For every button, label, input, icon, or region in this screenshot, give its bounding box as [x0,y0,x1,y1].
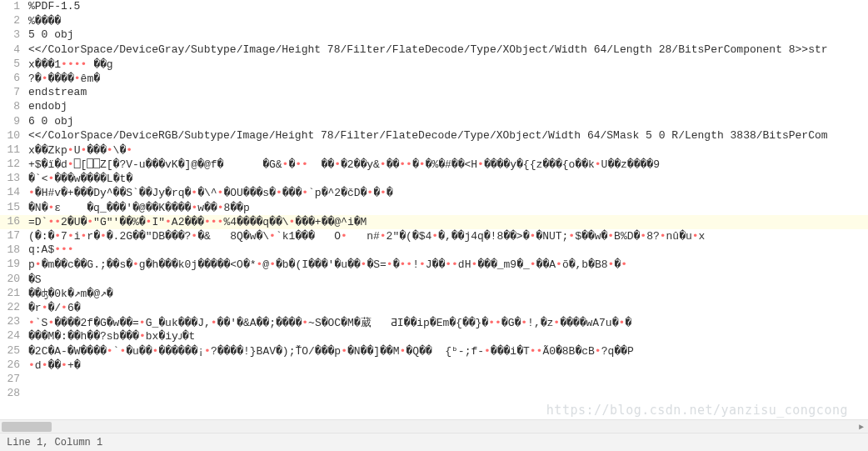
line-content[interactable]: (�:�•7•i•r�•�.2G��"DB���?•�& 8Q�w�\•`k1�… [28,229,868,243]
line-number: 12 [0,158,28,170]
line-number: 15 [0,201,28,213]
code-line[interactable]: 25�2C�A-�W����•`•�u��•������¡•?����!}BAV… [0,344,868,358]
code-line[interactable]: 8endobj [0,100,868,114]
line-number: 20 [0,273,28,285]
line-content[interactable]: x���1•••• ��g [28,58,868,71]
code-line[interactable]: 1%PDF-1.5 [0,0,868,14]
code-editor: 1%PDF-1.52%����35 0 obj4<</ColorSpace/De… [0,0,868,451]
code-line[interactable]: 2%���� [0,14,868,28]
line-number: 13 [0,172,28,184]
code-line[interactable]: 24���M�:��h��?sb���•bx�iyᴊ�t [0,329,868,343]
code-line[interactable]: 22�r•�/•6� [0,301,868,315]
line-number: 18 [0,243,28,256]
line-content[interactable]: •`S•����2f�G�w��=•G_�uk���J,•��'�&A��;��… [28,315,868,330]
line-content[interactable]: 5 0 obj [28,28,868,41]
line-content[interactable]: endstream [28,86,868,98]
code-line[interactable]: 5x���1•••• ��g [0,58,868,72]
line-number: 16 [0,215,28,228]
line-number: 23 [0,315,28,328]
line-content[interactable]: <</ColorSpace/DeviceRGB/Subtype/Image/He… [28,129,868,142]
line-content[interactable]: •d•��•+� [28,358,868,372]
line-content[interactable]: �r•�/•6� [28,301,868,314]
line-content[interactable]: <</ColorSpace/DeviceGray/Subtype/Image/H… [28,43,868,56]
code-line[interactable]: 11x��Zkp•U•���•\�• [0,143,868,158]
line-number: 10 [0,129,28,142]
code-line[interactable]: 96 0 obj [0,115,868,129]
line-number: 19 [0,258,28,270]
code-line[interactable]: 15�N�•ε �q_���'�@��K����•w��•8��p [0,201,868,215]
code-line[interactable]: 26•d•��•+� [0,358,868,373]
line-content[interactable]: +$�ï�d•⎕[⎕⎕Z[�?V-u���vK�]@�@f� �G&•�•• �… [28,158,868,171]
line-number: 17 [0,229,28,242]
code-area[interactable]: 1%PDF-1.52%����35 0 obj4<</ColorSpace/De… [0,0,868,419]
line-number: 28 [0,387,28,399]
code-line[interactable]: 17(�:�•7•i•r�•�.2G��"DB���?•�& 8Q�w�\•`k… [0,229,868,243]
line-number: 21 [0,287,28,299]
line-number: 7 [0,86,28,98]
line-number: 24 [0,329,28,342]
code-line[interactable]: 21��ʤ�0k�↗m�@↗� [0,287,868,301]
line-number: 14 [0,186,28,198]
line-content[interactable]: �`<•���w����L�t� [28,172,868,185]
line-content[interactable]: ��ʤ�0k�↗m�@↗� [28,287,868,300]
line-number: 4 [0,43,28,56]
scroll-right-arrow-icon[interactable]: ► [855,420,868,433]
code-line[interactable]: 19p•�m��c��G.;��s�•g�h���k0j�����<O�*•@•… [0,258,868,272]
line-content[interactable]: •�H#v�+���Dy^��S`��Jy�rq�•�\^•�OU���s�•�… [28,186,868,199]
code-line[interactable]: 7endstream [0,86,868,100]
line-number: 2 [0,14,28,27]
line-number: 8 [0,100,28,113]
line-content[interactable]: ���M�:��h��?sb���•bx�iyᴊ�t [28,329,868,343]
line-number: 5 [0,58,28,70]
horizontal-scrollbar[interactable]: ◄ ► [0,419,868,433]
line-number: 6 [0,72,28,84]
code-line[interactable]: 6?�•����•êm� [0,72,868,86]
line-number: 1 [0,0,28,13]
line-content[interactable]: %PDF-1.5 [28,0,868,13]
watermark-text: https://blog.csdn.net/yanzisu_congcong [546,403,848,418]
line-content[interactable]: 6 0 obj [28,115,868,128]
line-content[interactable]: ?�•����•êm� [28,72,868,85]
code-line[interactable]: 27 [0,373,868,387]
line-content[interactable]: endobj [28,100,868,113]
line-content[interactable]: q:A$••• [28,243,868,256]
line-number: 26 [0,358,28,371]
line-number: 3 [0,28,28,41]
scrollbar-thumb[interactable] [2,422,52,432]
code-line[interactable]: 23•`S•����2f�G�w��=•G_�uk���J,•��'�&A��;… [0,315,868,329]
code-line[interactable]: 35 0 obj [0,28,868,43]
code-line[interactable]: 28 [0,387,868,401]
cursor-position-label: Line 1, Column 1 [7,437,102,448]
status-bar: Line 1, Column 1 [0,433,868,451]
code-line[interactable]: 16=D`••2�U�•"G"'��%�•I"•A2���•••%4����q�… [0,215,868,229]
code-line[interactable]: 4<</ColorSpace/DeviceGray/Subtype/Image/… [0,43,868,58]
line-content[interactable]: �2C�A-�W����•`•�u��•������¡•?����!}BAV�)… [28,344,868,358]
line-number: 11 [0,143,28,156]
line-content[interactable]: �N�•ε �q_���'�@��K����•w��•8��p [28,201,868,214]
code-line[interactable]: 18q:A$••• [0,243,868,258]
line-number: 22 [0,301,28,313]
code-line[interactable]: 10<</ColorSpace/DeviceRGB/Subtype/Image/… [0,129,868,143]
line-content[interactable]: =D`••2�U�•"G"'��%�•I"•A2���•••%4����q��\… [28,215,868,228]
code-line[interactable]: 13�`<•���w����L�t� [0,172,868,186]
line-content[interactable]: �S [28,273,868,286]
code-line[interactable]: 14•�H#v�+���Dy^��S`��Jy�rq�•�\^•�OU���s�… [0,186,868,200]
line-number: 9 [0,115,28,128]
line-number: 27 [0,373,28,385]
line-content[interactable]: p•�m��c��G.;��s�•g�h���k0j�����<O�*•@•�b… [28,258,868,271]
code-line[interactable]: 12+$�ï�d•⎕[⎕⎕Z[�?V-u���vK�]@�@f� �G&•�••… [0,158,868,172]
code-line[interactable]: 20�S [0,273,868,287]
line-content[interactable]: %���� [28,14,868,28]
line-content[interactable]: x��Zkp•U•���•\�• [28,143,868,157]
line-number: 25 [0,344,28,357]
